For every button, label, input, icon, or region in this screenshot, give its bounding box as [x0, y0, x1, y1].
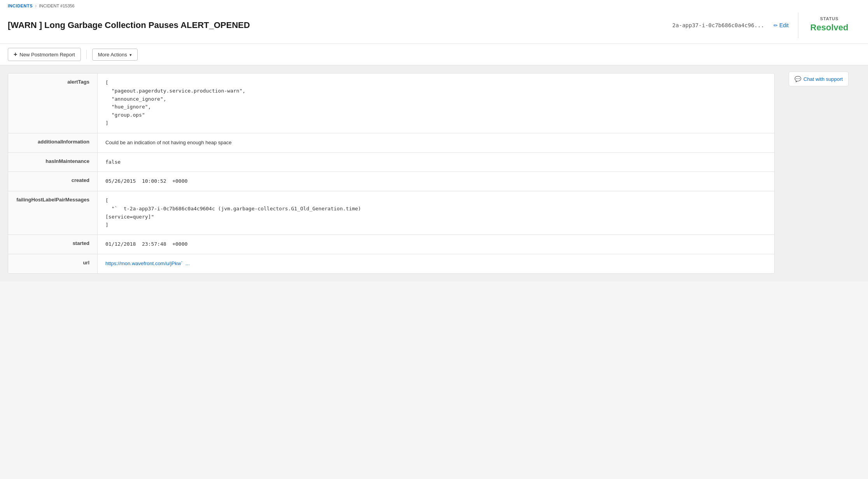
edit-label: Edit — [779, 22, 789, 28]
more-actions-button[interactable]: More Actions — [92, 49, 138, 61]
top-bar: INCIDENTS › INCIDENT #15356 [WARN ] Long… — [0, 0, 868, 44]
table-value: 05/26/2015 10:00:52 +0000 — [98, 172, 774, 191]
table-key: additionalInformation — [8, 133, 98, 152]
table-row: alertTags[ "pageout.pagerduty.service.pr… — [8, 73, 774, 133]
table-key: alertTags — [8, 73, 98, 133]
page-title: [WARN ] Long Garbage Collection Pauses A… — [8, 20, 666, 30]
status-panel: STATUS Resolved — [798, 12, 860, 38]
pencil-icon — [774, 22, 778, 28]
url-link[interactable]: https://mon.wavefront.com/u/jPkw` ... — [105, 260, 190, 266]
right-panel: Chat with support — [782, 65, 868, 281]
table-row: started01/12/2018 23:57:48 +0000 — [8, 235, 774, 254]
breadcrumb: INCIDENTS › INCIDENT #15356 — [8, 0, 860, 10]
table-key: started — [8, 235, 98, 254]
new-postmortem-button[interactable]: New Postmortem Report — [8, 48, 81, 61]
table-row: hasInMaintenancefalse — [8, 153, 774, 172]
table-row: urlhttps://mon.wavefront.com/u/jPkw` ... — [8, 254, 774, 273]
table-value: Could be an indication of not having eno… — [98, 133, 774, 152]
table-key: failingHostLabelPairMessages — [8, 191, 98, 234]
chat-support-button[interactable]: Chat with support — [789, 72, 849, 86]
main-content: alertTags[ "pageout.pagerduty.service.pr… — [0, 65, 868, 281]
table-value[interactable]: https://mon.wavefront.com/u/jPkw` ... — [98, 254, 774, 273]
table-value: 01/12/2018 23:57:48 +0000 — [98, 235, 774, 254]
table-value: false — [98, 153, 774, 172]
chat-icon — [794, 76, 801, 82]
table-row: created05/26/2015 10:00:52 +0000 — [8, 172, 774, 191]
status-label: STATUS — [806, 16, 852, 21]
title-row: [WARN ] Long Garbage Collection Pauses A… — [8, 10, 860, 44]
more-actions-label: More Actions — [98, 52, 127, 58]
table-key: url — [8, 254, 98, 273]
plus-icon — [14, 51, 17, 58]
chat-support-label: Chat with support — [803, 76, 843, 82]
table-key: created — [8, 172, 98, 191]
breadcrumb-current: INCIDENT #15356 — [39, 3, 75, 8]
dropdown-arrow-icon — [130, 52, 132, 58]
breadcrumb-separator: › — [35, 3, 37, 9]
status-value: Resolved — [810, 23, 849, 32]
table-row: failingHostLabelPairMessages[ "` t-2a-ap… — [8, 191, 774, 235]
left-panel: alertTags[ "pageout.pagerduty.service.pr… — [0, 65, 782, 281]
incident-id: 2a-app37-i-0c7b686c0a4c96... — [672, 22, 764, 28]
new-postmortem-label: New Postmortem Report — [19, 52, 75, 58]
data-table: alertTags[ "pageout.pagerduty.service.pr… — [8, 73, 775, 274]
table-value: [ "` t-2a-app37-i-0c7b686c0a4c9604c (jvm… — [98, 191, 774, 234]
table-value: [ "pageout.pagerduty.service.production-… — [98, 73, 774, 133]
table-row: additionalInformationCould be an indicat… — [8, 133, 774, 153]
edit-button[interactable]: Edit — [770, 21, 792, 30]
toolbar-divider — [86, 50, 87, 59]
breadcrumb-incidents[interactable]: INCIDENTS — [8, 3, 33, 8]
table-key: hasInMaintenance — [8, 153, 98, 172]
toolbar: New Postmortem Report More Actions — [0, 44, 868, 65]
